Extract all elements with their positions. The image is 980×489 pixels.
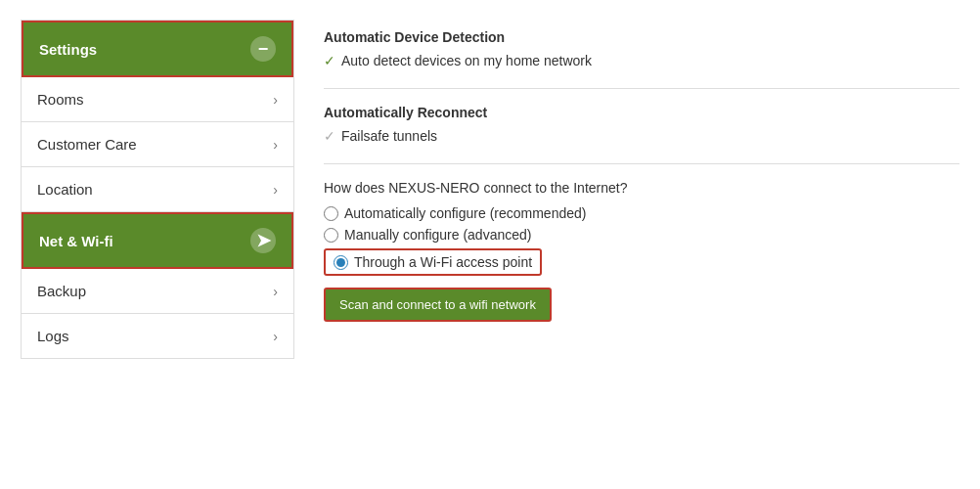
sidebar-label-customer-care: Customer Care [37, 136, 137, 153]
net-wifi-chevron-icon: ➤ [250, 228, 276, 253]
sidebar-label-net-wifi: Net & Wi-fi [39, 233, 113, 249]
chevron-icon-backup: › [273, 284, 278, 299]
auto-detection-row: ✓ Auto detect devices on my home network [324, 53, 959, 68]
sidebar-item-backup[interactable]: Backup › [22, 269, 293, 314]
auto-reconnect-section: Automatically Reconnect ✓ Failsafe tunne… [324, 105, 959, 144]
sidebar-label-backup: Backup [37, 283, 86, 299]
radio-row-wifi: Through a Wi-Fi access point [324, 248, 959, 276]
divider-2 [324, 163, 959, 164]
auto-reconnect-title: Automatically Reconnect [324, 105, 959, 120]
settings-minus-icon: − [250, 36, 276, 62]
radio-wifi-access-point[interactable] [334, 255, 348, 270]
radio-group-internet: Automatically configure (recommended) Ma… [324, 205, 959, 276]
chevron-icon-location: › [273, 182, 278, 198]
failsafe-row: ✓ Failsafe tunnels [324, 128, 959, 144]
checkmark-failsafe-icon: ✓ [324, 128, 335, 144]
auto-detection-title: Automatic Device Detection [324, 29, 959, 45]
main-content: Automatic Device Detection ✓ Auto detect… [324, 20, 959, 359]
radio-label-wifi[interactable]: Through a Wi-Fi access point [354, 254, 532, 270]
app-container: Settings − Rooms › Customer Care › Locat… [21, 20, 959, 359]
chevron-icon-rooms: › [273, 92, 278, 108]
auto-detection-label[interactable]: Auto detect devices on my home network [341, 53, 592, 68]
sidebar-item-rooms[interactable]: Rooms › [22, 77, 293, 122]
divider-1 [324, 88, 959, 89]
sidebar-item-logs[interactable]: Logs › [22, 314, 293, 358]
radio-row-auto: Automatically configure (recommended) [324, 205, 959, 221]
radio-label-auto[interactable]: Automatically configure (recommended) [344, 205, 586, 221]
sidebar-item-customer-care[interactable]: Customer Care › [22, 122, 293, 167]
radio-label-manual[interactable]: Manually configure (advanced) [344, 227, 531, 243]
internet-connection-section: How does NEXUS-NERO connect to the Inter… [324, 180, 959, 322]
checkmark-auto-detect-icon: ✓ [324, 53, 335, 68]
chevron-icon-customer-care: › [273, 137, 278, 153]
sidebar-item-settings[interactable]: Settings − [22, 21, 293, 77]
scan-connect-button[interactable]: Scan and connect to a wifi network [324, 288, 552, 322]
sidebar-label-logs: Logs [37, 328, 69, 344]
auto-detection-section: Automatic Device Detection ✓ Auto detect… [324, 29, 959, 68]
internet-question-text: How does NEXUS-NERO connect to the Inter… [324, 180, 959, 196]
sidebar-label-settings: Settings [39, 41, 97, 58]
sidebar-label-rooms: Rooms [37, 91, 84, 108]
sidebar: Settings − Rooms › Customer Care › Locat… [21, 20, 294, 359]
radio-auto-configure[interactable] [324, 206, 338, 221]
chevron-icon-logs: › [273, 329, 278, 344]
radio-manual-configure[interactable] [324, 228, 338, 243]
wifi-selected-border: Through a Wi-Fi access point [324, 248, 542, 276]
sidebar-item-location[interactable]: Location › [22, 167, 293, 212]
radio-row-manual: Manually configure (advanced) [324, 227, 959, 243]
sidebar-label-location: Location [37, 181, 93, 198]
failsafe-label[interactable]: Failsafe tunnels [341, 128, 437, 144]
sidebar-item-net-wifi[interactable]: Net & Wi-fi ➤ [22, 212, 293, 269]
